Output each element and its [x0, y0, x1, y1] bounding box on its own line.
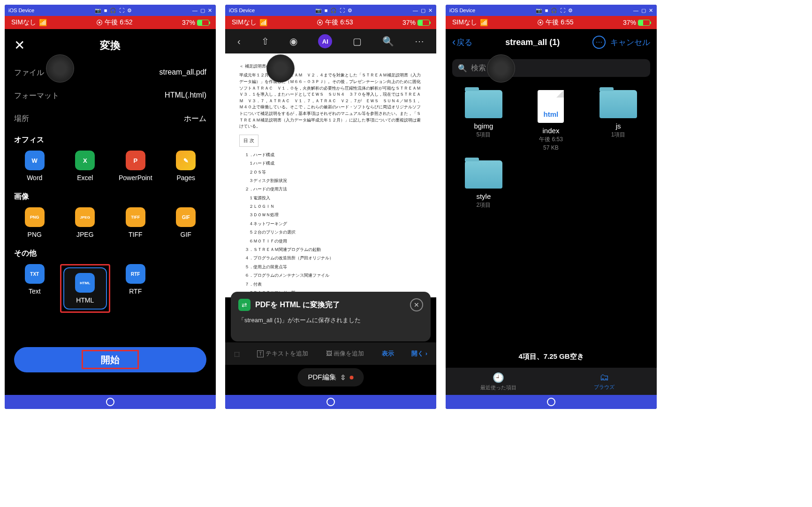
toast-close-icon[interactable]: ✕	[410, 298, 423, 311]
folder-icon	[465, 160, 502, 189]
location-value[interactable]: ホーム	[184, 114, 206, 124]
camera-icon[interactable]: 📷	[315, 8, 322, 14]
format-jpeg[interactable]: JPEGJPEG	[60, 207, 111, 238]
notification-dot-icon	[350, 376, 354, 379]
video-icon[interactable]: ■	[104, 8, 107, 14]
open-link[interactable]: 開く ›	[411, 349, 427, 358]
file-name: index	[520, 127, 583, 135]
tiff-icon: TIFF	[126, 207, 145, 227]
format-html[interactable]: HTML HTML	[60, 264, 111, 313]
bottom-toolbar: ⬚ T テキストを追加 🖼 画像を追加 表示 開く ›	[225, 342, 436, 365]
pdf-edit-button[interactable]: PDF編集⇳	[298, 368, 364, 386]
back-icon[interactable]: ‹	[237, 36, 241, 47]
format-excel[interactable]: XExcel	[60, 151, 111, 182]
battery-icon	[638, 20, 650, 26]
home-button-icon[interactable]	[326, 398, 335, 406]
file-name: bgimg	[452, 122, 515, 130]
html-file-icon: html	[538, 90, 564, 123]
add-image-button[interactable]: 🖼 画像を追加	[326, 349, 364, 358]
camera-icon[interactable]: 📷	[536, 8, 542, 14]
more-icon[interactable]: ⋯	[415, 36, 424, 47]
emulator-bar: iOS Device 📷■🎧⛶⚙ —▢✕	[446, 5, 657, 16]
format-tiff[interactable]: TIFFTIFF	[110, 207, 161, 238]
video-icon[interactable]: ■	[545, 8, 548, 14]
format-powerpoint[interactable]: PPowerPoint	[110, 151, 161, 182]
file-item[interactable]: bgimg5項目	[452, 90, 515, 151]
gear-icon[interactable]: ⚙	[348, 8, 352, 14]
page-title: 変換	[100, 38, 121, 53]
file-size: 57 KB	[520, 144, 583, 151]
file-item[interactable]: style2項目	[452, 160, 515, 209]
expand-icon[interactable]: ⛶	[560, 8, 565, 14]
search-input[interactable]: 🔍 検索	[452, 59, 650, 77]
toc-item: ２ＬＯＧＩＮ	[245, 203, 422, 210]
home-button-icon[interactable]	[106, 398, 114, 406]
format-value[interactable]: HTML(.html)	[165, 91, 206, 101]
doc-paragraph: 平成元年１２月に，ＳＴＲＥＡＭ Ｖ２．４までを対象とした「ＳＴＲＥＡＭ補足説明書…	[239, 72, 422, 129]
success-icon: ⇄	[238, 299, 250, 311]
maximize-icon[interactable]: ▢	[641, 8, 646, 14]
headphones-icon[interactable]: 🎧	[330, 8, 337, 14]
add-text-button[interactable]: T テキストを追加	[257, 349, 308, 358]
status-bar: SIMなし📶 ⦿午後 6:53 37%	[225, 16, 436, 29]
toc-item: １電源投入	[245, 195, 422, 201]
expand-icon[interactable]: ⛶	[119, 8, 124, 14]
powerpoint-icon: P	[126, 151, 145, 170]
bookmark-icon[interactable]: ▢	[353, 36, 362, 47]
minimize-icon[interactable]: —	[633, 8, 638, 14]
ink-icon[interactable]: ◉	[289, 36, 297, 47]
format-png[interactable]: PNGPNG	[9, 207, 60, 238]
minimize-icon[interactable]: —	[413, 8, 418, 14]
expand-icon[interactable]: ⛶	[340, 8, 345, 14]
document-view[interactable]: ＜ 補足説明書の位置付け ＞ 平成元年１２月に，ＳＴＲＥＡＭ Ｖ２．４までを対象…	[225, 53, 436, 297]
cancel-button[interactable]: キャンセル	[610, 37, 650, 48]
assistive-touch-icon[interactable]	[266, 54, 295, 83]
format-text[interactable]: TXTText	[9, 264, 60, 295]
maximize-icon[interactable]: ▢	[200, 8, 205, 14]
format-pages[interactable]: ✎Pages	[161, 151, 212, 182]
assistive-touch-icon[interactable]	[46, 54, 74, 83]
toc-item: ５２台のプリンタの選択	[245, 229, 422, 235]
maximize-icon[interactable]: ▢	[421, 8, 425, 14]
crop-icon[interactable]: ⬚	[234, 350, 240, 357]
close-window-icon[interactable]: ✕	[649, 8, 653, 14]
show-link[interactable]: 表示	[382, 349, 394, 358]
nav-bar	[5, 395, 216, 409]
headphones-icon[interactable]: 🎧	[110, 8, 116, 14]
toc-item: ３．ＳＴＲＥＡＭ関連プログラムの起動	[245, 246, 422, 253]
wifi-icon: 📶	[480, 19, 488, 26]
headphones-icon[interactable]: 🎧	[551, 8, 557, 14]
close-icon[interactable]: ✕	[14, 38, 25, 53]
close-window-icon[interactable]: ✕	[208, 8, 212, 14]
file-item[interactable]: js1項目	[587, 90, 650, 151]
video-icon[interactable]: ■	[325, 8, 328, 14]
status-time: 午後 6:52	[105, 18, 132, 27]
format-word[interactable]: WWord	[9, 151, 60, 182]
file-item[interactable]: htmlindex午後 6:5357 KB	[520, 90, 583, 151]
back-button[interactable]: ‹戻る	[452, 36, 472, 48]
camera-icon[interactable]: 📷	[95, 8, 101, 14]
tab-browse[interactable]: 🗂 ブラウズ	[551, 368, 657, 395]
file-subtitle: 1項目	[587, 131, 650, 139]
home-button-icon[interactable]	[547, 398, 555, 406]
share-icon[interactable]: ⇧	[261, 36, 269, 47]
battery-pct: 37%	[182, 19, 195, 26]
gear-icon[interactable]: ⚙	[127, 8, 132, 14]
search-icon[interactable]: 🔍	[382, 36, 394, 47]
minimize-icon[interactable]: —	[192, 8, 197, 14]
excel-icon: X	[75, 151, 95, 170]
png-icon: PNG	[25, 207, 45, 227]
file-name: js	[587, 122, 650, 130]
format-rtf[interactable]: RTFRTF	[110, 264, 161, 295]
tab-recent[interactable]: 🕘 最近使った項目	[446, 368, 551, 395]
word-icon: W	[25, 151, 45, 170]
close-window-icon[interactable]: ✕	[428, 8, 433, 14]
format-gif[interactable]: GIFGIF	[161, 207, 212, 238]
assistive-touch-icon[interactable]	[487, 54, 515, 83]
toc-item: ７．付表	[245, 281, 422, 288]
highlight-box: HTML HTML	[60, 264, 111, 313]
gear-icon[interactable]: ⚙	[568, 8, 573, 14]
more-options-icon[interactable]: ⋯	[592, 36, 606, 49]
rec-icon: ⦿	[317, 19, 323, 26]
ai-button[interactable]: AI	[318, 34, 332, 48]
